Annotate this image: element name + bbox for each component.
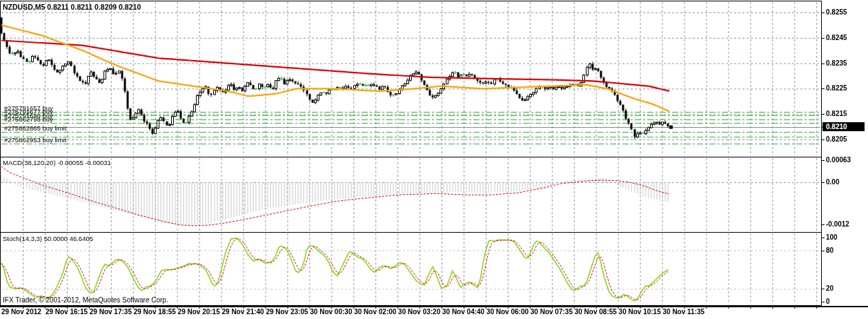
chart-window: NZDUSD,M5 0.8211 0.8211 0.8209 0.8210 MA… [0,0,868,319]
chart-canvas[interactable] [0,0,868,319]
